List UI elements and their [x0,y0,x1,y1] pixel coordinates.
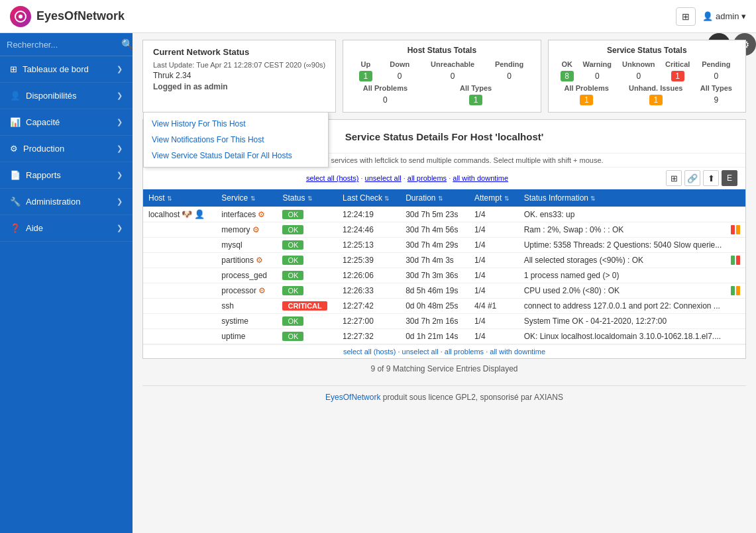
th-service[interactable]: Service ⇅ [216,189,277,207]
table-row: systime OK12:27:0030d 7h 2m 16s1/4System… [143,314,745,329]
th-lastcheck[interactable]: Last Check ⇅ [337,189,400,207]
grid-view-btn[interactable]: ⊞ [666,170,682,186]
all-types-value[interactable]: 1 [419,93,533,107]
link-btn[interactable]: 🔗 [684,170,700,186]
service-cell[interactable]: systime [216,314,277,329]
host-status-title: Host Status Totals [351,46,532,55]
sidebar-item-capacite[interactable]: 📊 Capacité ❯ [0,109,133,136]
status-cell[interactable]: OK [277,268,337,283]
sidebar-item-rapports[interactable]: 📄 Rapports ❯ [0,162,133,189]
svc-col-ok: OK [557,59,578,70]
service-cell[interactable]: process_ged [216,268,277,283]
bottom-unselect-all[interactable]: unselect all [402,348,439,356]
last-check-cell: 12:24:46 [337,222,400,238]
table-row: partitions ⚙ OK12:25:3930d 7h 4m 3s1/4 A… [143,253,745,268]
service-cell[interactable]: memory ⚙ [216,222,277,238]
status-badge: OK [282,240,303,250]
view-notifications-link[interactable]: View Notifications For This Host [144,132,328,148]
svc-pending-value[interactable]: 0 [695,70,737,83]
view-history-link[interactable]: View History For This Host [144,116,328,132]
unselect-all-link[interactable]: unselect all [365,174,402,182]
footer-brand-link[interactable]: EyesOfNetwork [325,393,380,402]
host-cell[interactable] [143,268,216,283]
admin-user[interactable]: 👤 admin ▾ [702,11,746,21]
host-cell[interactable] [143,222,216,238]
last-check-cell: 12:25:39 [337,253,400,268]
status-cell[interactable]: OK [277,329,337,344]
th-info[interactable]: Status Information ⇅ [519,189,745,207]
th-status[interactable]: Status ⇅ [277,189,337,207]
status-cell[interactable]: OK [277,283,337,299]
svc-critical-value[interactable]: 1 [661,70,695,83]
svc-all-types-value[interactable]: 9 [695,93,737,107]
status-cell[interactable]: OK [277,207,337,222]
status-badge: OK [282,332,303,341]
export-btn[interactable]: ⬆ [703,170,719,186]
view-service-status-link[interactable]: View Service Status Detail For All Hosts [144,148,328,164]
all-problems-link[interactable]: all problems [407,174,447,182]
svc-warning-value[interactable]: 0 [578,70,617,83]
chevron-icon-5: ❯ [117,171,123,179]
svc-all-problems-value[interactable]: 1 [557,93,617,107]
sidebar-item-label-disponibilites: Disponibilités [26,91,77,101]
csv-btn[interactable]: E [722,170,737,186]
bar2 [736,225,740,234]
status-cell[interactable]: CRITICAL [277,299,337,314]
all-with-downtime-link[interactable]: all with downtime [453,174,508,182]
service-cell[interactable]: ssh [216,299,277,314]
capacite-icon: 📊 [10,117,21,127]
service-cell[interactable]: mysql [216,238,277,253]
sidebar-item-label-production: Production [23,144,64,154]
logo-text: EyesOfNetwork [36,9,125,23]
aide-icon: ❓ [10,223,21,233]
tableaux-icon: ⊞ [10,64,17,74]
search-input[interactable] [7,40,118,50]
service-cell[interactable]: processor ⚙ [216,283,277,299]
service-cell[interactable]: partitions ⚙ [216,253,277,268]
chevron-icon-2: ❯ [117,91,123,100]
table-row: mysql OK12:25:1330d 7h 4m 29s1/4Uptime: … [143,238,745,253]
host-cell[interactable] [143,299,216,314]
bottom-select-all[interactable]: select all (hosts) [343,348,396,356]
svc-ok-value[interactable]: 8 [557,70,578,83]
duration-cell: 0d 0h 48m 25s [400,299,469,314]
status-cell[interactable]: OK [277,253,337,268]
svc-unhand-value[interactable]: 1 [617,93,695,107]
sidebar-item-production[interactable]: ⚙ Production ❯ [0,136,133,162]
host-cell[interactable] [143,314,216,329]
sidebar-item-tableaux[interactable]: ⊞ Tableaux de bord ❯ [0,56,133,83]
host-icon1: 🐶 [182,209,192,219]
info-text: All selected storages (<90%) : OK [524,256,643,265]
all-problems-value[interactable]: 0 [351,93,419,107]
bottom-all-problems[interactable]: all problems [445,348,484,356]
bottom-all-downtime[interactable]: all with downtime [490,348,545,356]
sidebar-item-aide[interactable]: ❓ Aide ❯ [0,215,133,242]
host-cell[interactable] [143,253,216,268]
service-name: processor [221,286,256,295]
sidebar-item-administration[interactable]: 🔧 Administration ❯ [0,189,133,215]
host-cell[interactable] [143,329,216,344]
th-attempt[interactable]: Attempt ⇅ [469,189,519,207]
unreachable-value[interactable]: 0 [419,70,486,83]
down-value[interactable]: 0 [380,70,419,83]
status-cell[interactable]: OK [277,314,337,329]
service-cell[interactable]: interfaces ⚙ [216,207,277,222]
svc-unknown-value[interactable]: 0 [617,70,661,83]
host-cell[interactable] [143,283,216,299]
footer: EyesOfNetwork produit sous licence GPL2,… [142,385,746,409]
th-host[interactable]: Host ⇅ [143,189,216,207]
host-cell[interactable]: localhost 🐶 👤 [143,207,216,222]
up-value[interactable]: 1 [351,70,380,83]
logo-area: EyesOfNetwork [10,6,125,27]
pending-value[interactable]: 0 [486,70,533,83]
sidebar-item-disponibilites[interactable]: 👤 Disponibilités ❯ [0,83,133,109]
service-cell[interactable]: uptime [216,329,277,344]
host-cell[interactable] [143,238,216,253]
status-cell[interactable]: OK [277,238,337,253]
last-check-cell: 12:26:33 [337,283,400,299]
select-all-link[interactable]: select all (hosts) [306,174,358,182]
search-icon-btn[interactable]: 🔍 [121,38,133,50]
settings-button[interactable]: ⊞ [676,7,696,26]
th-duration[interactable]: Duration ⇅ [400,189,469,207]
status-cell[interactable]: OK [277,222,337,238]
